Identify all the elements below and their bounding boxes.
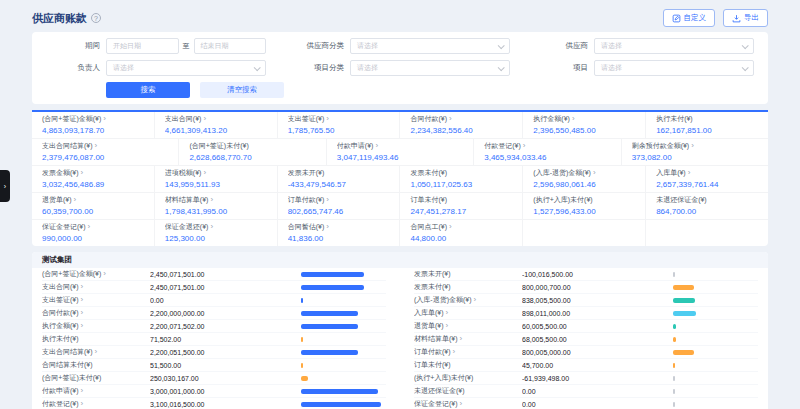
chevron-right-icon[interactable]: › xyxy=(474,296,477,304)
value-bar xyxy=(673,285,694,290)
metric-tile: 发票未开(¥)-433,479,546.57 xyxy=(278,166,401,192)
metric-tile[interactable]: 保证金登记(¥)›990,000.00 xyxy=(32,220,155,246)
group-metric-row: 订单付款(¥)›800,005,000.00 xyxy=(414,346,758,359)
chevron-right-icon[interactable]: › xyxy=(203,169,206,177)
value-bar xyxy=(301,389,378,394)
metric-tile[interactable]: (入库-退货)金额(¥)›2,596,980,061.46 xyxy=(523,166,646,192)
group-metric-label[interactable]: (入库-退货)金额(¥)› xyxy=(414,295,522,305)
chevron-right-icon[interactable]: › xyxy=(449,223,452,231)
chevron-right-icon[interactable]: › xyxy=(446,322,449,330)
metric-tile[interactable]: 订单付款(¥)›802,665,747.46 xyxy=(278,193,401,219)
bar-track xyxy=(301,363,386,368)
chevron-right-icon[interactable]: › xyxy=(326,223,329,231)
group-header[interactable]: 测试集团 xyxy=(32,252,768,268)
chevron-right-icon[interactable]: › xyxy=(74,196,77,204)
group-metric-label[interactable]: 支出签证(¥)› xyxy=(42,295,150,305)
end-date-input[interactable]: 结束日期 xyxy=(194,38,267,54)
metric-tile[interactable]: 合同暂估(¥)›41,836.00 xyxy=(278,220,401,246)
chevron-right-icon[interactable]: › xyxy=(103,115,106,123)
owner-select[interactable]: 请选择 xyxy=(106,60,266,76)
metric-tile[interactable]: 剩余预付款金额(¥)›373,082.00 xyxy=(622,139,768,165)
clear-search-button[interactable]: 清空搜索 xyxy=(200,82,284,98)
metric-tile[interactable]: 付款登记(¥)›3,465,934,033.46 xyxy=(474,139,621,165)
customize-button[interactable]: 自定义 xyxy=(663,9,716,27)
group-metric-label[interactable]: 支出合同(¥)› xyxy=(42,282,150,292)
chevron-right-icon[interactable]: › xyxy=(88,223,91,231)
chevron-right-icon[interactable]: › xyxy=(446,309,449,317)
chevron-right-icon[interactable]: › xyxy=(210,223,213,231)
chevron-right-icon[interactable]: › xyxy=(593,169,596,177)
chevron-right-icon[interactable]: › xyxy=(81,169,84,177)
chevron-right-icon[interactable]: › xyxy=(210,196,213,204)
chevron-right-icon[interactable]: › xyxy=(326,196,329,204)
help-icon[interactable]: ? xyxy=(91,13,101,23)
metric-tile[interactable]: 支出合同结算(¥)›2,379,476,087.00 xyxy=(32,139,179,165)
bar-track xyxy=(673,350,758,355)
metric-tile[interactable]: 发票金额(¥)›3,032,456,486.89 xyxy=(32,166,155,192)
metric-tile[interactable]: 材料结算单(¥)›1,798,431,995.00 xyxy=(155,193,278,219)
chevron-right-icon[interactable]: › xyxy=(95,348,98,356)
owner-label: 负责人 xyxy=(46,63,100,73)
metric-tile[interactable]: 入库单(¥)›2,657,339,761.44 xyxy=(646,166,768,192)
chevron-right-icon[interactable]: › xyxy=(326,115,329,123)
project-category-select[interactable]: 请选择 xyxy=(350,60,510,76)
chevron-right-icon[interactable]: › xyxy=(460,400,463,408)
chevron-right-icon[interactable]: › xyxy=(453,348,456,356)
chevron-right-icon[interactable]: › xyxy=(691,142,694,150)
group-metric-label[interactable]: 付款申请(¥)› xyxy=(42,386,150,396)
supplier-select[interactable]: 请选择 xyxy=(594,38,754,54)
group-metric-label[interactable]: (合同+签证)金额(¥)› xyxy=(42,269,150,279)
project-select[interactable]: 请选择 xyxy=(594,60,754,76)
start-date-input[interactable]: 开始日期 xyxy=(106,38,179,54)
metric-tile[interactable]: 退货单(¥)›60,359,700.00 xyxy=(32,193,155,219)
group-metric-label[interactable]: 执行金额(¥)› xyxy=(42,321,150,331)
metric-label: 合同点工(¥) xyxy=(410,222,447,231)
chevron-right-icon[interactable]: › xyxy=(81,400,84,408)
metric-value: 4,661,309,413.20 xyxy=(165,125,267,136)
metric-tile[interactable]: 合同付款(¥)›2,234,382,556.40 xyxy=(400,112,523,138)
metrics-row: 保证金登记(¥)›990,000.00保证金退还(¥)›125,300.00合同… xyxy=(32,220,768,246)
metric-tile[interactable]: 支出合同(¥)›4,661,309,413.20 xyxy=(155,112,278,138)
supplier-category-select[interactable]: 请选择 xyxy=(350,38,510,54)
group-metric-label[interactable]: 退货单(¥)› xyxy=(414,321,522,331)
group-metric-label[interactable]: 订单付款(¥)› xyxy=(414,347,522,357)
value-bar xyxy=(673,363,675,368)
chevron-right-icon[interactable]: › xyxy=(81,322,84,330)
export-button[interactable]: 导出 xyxy=(723,9,768,27)
chevron-right-icon[interactable]: › xyxy=(688,169,691,177)
group-metric-label[interactable]: 付款登记(¥)› xyxy=(42,399,150,409)
group-metric-label[interactable]: 合同付款(¥)› xyxy=(42,308,150,318)
group-metric-label: 执行未付(¥) xyxy=(42,334,150,344)
chevron-right-icon[interactable]: › xyxy=(375,142,378,150)
group-metric-label-text: 材料结算单(¥) xyxy=(414,334,458,344)
chevron-right-icon[interactable]: › xyxy=(81,283,84,291)
chevron-right-icon[interactable]: › xyxy=(103,270,106,278)
metric-tile[interactable]: 执行金额(¥)›2,396,550,485.00 xyxy=(523,112,646,138)
group-metric-label[interactable]: 入库单(¥)› xyxy=(414,308,522,318)
chevron-right-icon[interactable]: › xyxy=(449,115,452,123)
chevron-right-icon[interactable]: › xyxy=(81,309,84,317)
chevron-right-icon[interactable]: › xyxy=(523,142,526,150)
group-metric-label[interactable]: 支出合同结算(¥)› xyxy=(42,347,150,357)
side-drawer-handle[interactable]: › xyxy=(0,170,10,202)
group-metric-label[interactable]: 保证金登记(¥)› xyxy=(414,399,522,409)
metric-tile[interactable]: 保证金退还(¥)›125,300.00 xyxy=(155,220,278,246)
chevron-right-icon[interactable]: › xyxy=(81,387,84,395)
chevron-right-icon[interactable]: › xyxy=(95,142,98,150)
search-button[interactable]: 搜索 xyxy=(106,82,190,98)
metric-value: 60,359,700.00 xyxy=(42,206,144,217)
chevron-right-icon[interactable]: › xyxy=(203,115,206,123)
chevron-right-icon[interactable]: › xyxy=(81,296,84,304)
chevron-right-icon[interactable]: › xyxy=(460,335,463,343)
metric-tile[interactable]: 付款申请(¥)›3,047,119,493.46 xyxy=(327,139,474,165)
metric-value: 3,047,119,493.46 xyxy=(337,152,463,163)
metric-tile[interactable]: 进项税额(¥)›143,959,511.93 xyxy=(155,166,278,192)
metric-tile[interactable]: (合同+签证)金额(¥)›4,863,093,178.70 xyxy=(32,112,155,138)
chevron-right-icon[interactable]: › xyxy=(572,115,575,123)
metric-tile[interactable]: 支出签证(¥)›1,785,765.50 xyxy=(278,112,401,138)
bar-track xyxy=(301,285,386,290)
group-metric-label-text: 保证金登记(¥) xyxy=(414,399,458,409)
metric-label: 合同付款(¥) xyxy=(410,114,447,123)
group-metric-label[interactable]: 材料结算单(¥)› xyxy=(414,334,522,344)
metric-tile[interactable]: 合同点工(¥)›44,800.00 xyxy=(400,220,523,246)
